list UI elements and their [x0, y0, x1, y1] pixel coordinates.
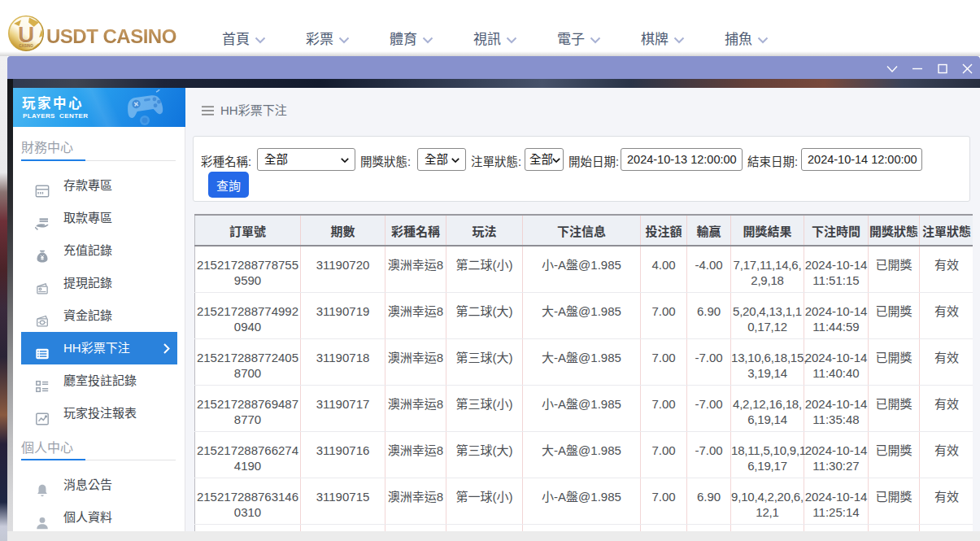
svg-text:CASINO: CASINO [19, 44, 33, 48]
